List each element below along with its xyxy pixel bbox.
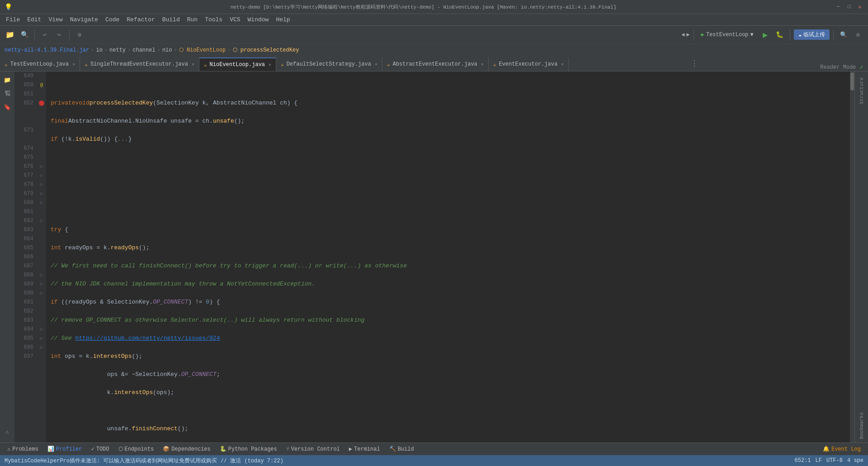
status-position[interactable]: 652:1 [795, 457, 811, 464]
toolbar-sep5 [833, 29, 834, 40]
menu-help[interactable]: Help [272, 15, 293, 24]
endpoints-tool[interactable]: ⬡ Endpoints [115, 445, 158, 453]
right-panel-structure[interactable]: Structure [859, 74, 864, 108]
left-sidebar: 📁 🏗 🔖 ⚠ [0, 71, 14, 442]
tab-bar: ☕ TestEventLoop.java ✕ ☕ SingleThreadEve… [0, 56, 868, 71]
run-button[interactable]: ▶ [759, 29, 772, 41]
status-message[interactable]: MybatisCodeHelperPro插件未激活: 可以输入激活码或者到网站网… [5, 457, 283, 465]
debug-button[interactable]: 🐛 [774, 29, 786, 41]
toolbar-undo-icon[interactable]: ↩ [38, 29, 51, 41]
toolbar-sep1 [34, 29, 35, 40]
tab-defaultSelectStrategy[interactable]: ☕ DefaultSelectStrategy.java ✕ [276, 57, 382, 71]
menu-window[interactable]: Window [244, 15, 273, 24]
build-tool[interactable]: 🔨 Build [386, 445, 418, 453]
code-editor[interactable]: 649 650 651 652 673 674 675 676 677 678 … [14, 71, 850, 442]
sidebar-bookmarks-icon[interactable]: 🔖 [1, 101, 14, 114]
toolbar-settings-icon[interactable]: ⚙ [73, 29, 86, 41]
nav-sep1: › [91, 47, 94, 53]
reader-mode-check[interactable]: ✓ [860, 63, 863, 71]
tab-close-testEventLoop[interactable]: ✕ [72, 62, 75, 67]
tab-more-button[interactable]: ⋮ [687, 59, 702, 68]
toolbar: 📁 🔍 ↩ ↪ ⚙ ◀ ▶ ▶ TestEventLoop ▼ ▶ 🐛 ☁ 临试… [0, 25, 868, 43]
problems-label: Problems [12, 446, 38, 452]
event-log-tool[interactable]: 🔔 Event Log [819, 445, 864, 453]
toolbar-folder-icon[interactable]: 📁 [4, 29, 16, 41]
build-label: Build [398, 446, 414, 452]
upload-button[interactable]: ☁ 临试上传 [794, 29, 830, 40]
profiler-tool[interactable]: 📊 Profiler [44, 445, 86, 453]
menu-edit[interactable]: Edit [24, 15, 45, 24]
menu-code[interactable]: Code [102, 15, 123, 24]
run-config-icon: ▶ [701, 31, 704, 38]
vc-label: Version Control [291, 446, 340, 452]
problems-tool[interactable]: ⚠ Problems [4, 445, 42, 453]
build-icon: 🔨 [389, 446, 396, 452]
tab-close-abstractEventExecutor[interactable]: ✕ [481, 62, 484, 67]
tab-close-singleThread[interactable]: ✕ [192, 62, 194, 67]
tab-eventExecutor[interactable]: ☕ EventExecutor.java ✕ [489, 57, 569, 71]
tab-icon-eventExecutor: ☕ [493, 62, 496, 67]
nav-netty[interactable]: netty [109, 47, 126, 53]
line-numbers: 649 650 651 652 673 674 675 676 677 678 … [14, 71, 37, 442]
todo-tool[interactable]: ✓ TODO [87, 445, 113, 453]
code-line-681: int ops = k.interestOps(); [51, 352, 845, 361]
tab-testEventLoop[interactable]: ☕ TestEventLoop.java ✕ [0, 57, 80, 71]
menu-view[interactable]: View [45, 15, 66, 24]
nav-io[interactable]: io [96, 47, 102, 53]
code-line-683: k.interestOps(ops); [51, 388, 845, 397]
code-text[interactable]: private void processSelectedKey(Selectio… [46, 71, 850, 442]
status-encoding[interactable]: UTF-8 [826, 457, 843, 464]
terminal-tool[interactable]: ▶ Terminal [345, 445, 384, 453]
tab-close-defaultSelectStrategy[interactable]: ✕ [375, 62, 377, 67]
code-line-651: final AbstractNioChannel.NioUnsafe unsaf… [51, 117, 845, 126]
tab-singleThread[interactable]: ☕ SingleThreadEventExecutor.java ✕ [80, 57, 199, 71]
nav-method[interactable]: ⬡ processSelectedKey [233, 47, 299, 53]
minimize-button[interactable]: ─ [835, 3, 842, 10]
code-area-wrapper: 649 650 651 652 673 674 675 676 677 678 … [14, 71, 868, 442]
menu-navigate[interactable]: Navigate [66, 15, 102, 24]
version-control-tool[interactable]: ⑂ Version Control [283, 445, 344, 453]
toolbar-search-icon[interactable]: 🔍 [18, 29, 31, 41]
menu-tools[interactable]: Tools [201, 15, 226, 24]
menu-vcs[interactable]: VCS [226, 15, 244, 24]
main-content: 📁 🏗 🔖 ⚠ 649 650 651 652 673 674 675 676 … [0, 71, 868, 442]
sidebar-structure-icon[interactable]: 🏗 [1, 87, 14, 100]
nav-channel[interactable]: channel [132, 47, 155, 53]
sidebar-project-icon[interactable]: 📁 [1, 74, 14, 86]
nav-nio[interactable]: nio [162, 47, 172, 53]
search-everywhere-icon[interactable]: 🔍 [837, 29, 850, 41]
scrollbar-thumb[interactable] [850, 72, 854, 90]
nav-nioeventloop[interactable]: ⬡ NioEventLoop [179, 47, 226, 53]
status-lf[interactable]: LF [816, 457, 822, 464]
menu-build[interactable]: Build [159, 15, 184, 24]
sidebar-problems-icon[interactable]: ⚠ [1, 425, 14, 438]
dependencies-tool[interactable]: 📦 Dependencies [159, 445, 214, 453]
menu-refactor[interactable]: Refactor [123, 15, 158, 24]
tab-nioEventLoop[interactable]: ☕ NioEventLoop.java ✕ [199, 57, 276, 71]
window-controls[interactable]: ─ □ ✕ [835, 3, 863, 10]
toolbar-redo-icon[interactable]: ↪ [53, 29, 66, 41]
status-indent[interactable]: 4 spe [847, 457, 863, 464]
close-button[interactable]: ✕ [856, 3, 863, 10]
python-packages-tool[interactable]: 🐍 Python Packages [216, 445, 281, 453]
maximize-button[interactable]: □ [845, 3, 853, 10]
nav-jar[interactable]: netty-all-4.1.39.Final.jar [5, 47, 89, 53]
reader-mode-button[interactable]: Reader Mode [820, 64, 856, 71]
tab-close-eventExecutor[interactable]: ✕ [561, 62, 564, 67]
tab-abstractEventExecutor[interactable]: ☕ AbstractEventExecutor.java ✕ [382, 57, 489, 71]
endpoints-label: Endpoints [125, 446, 154, 452]
run-config-selector[interactable]: ▶ TestEventLoop ▼ [698, 30, 757, 39]
nav-sep5: › [174, 47, 177, 53]
vertical-scrollbar[interactable] [850, 71, 854, 442]
profiler-icon: 📊 [47, 446, 54, 452]
toolbar-nav-back[interactable]: ◀ [681, 31, 684, 38]
code-line-675: int readyOps = k.readyOps(); [51, 243, 845, 252]
settings-icon[interactable]: ⚙ [852, 29, 864, 41]
menu-file[interactable]: File [2, 15, 24, 24]
event-log-icon: 🔔 [823, 446, 830, 452]
right-panel-bookmarks[interactable]: Bookmarks [859, 409, 864, 442]
tab-close-nioEventLoop[interactable]: ✕ [269, 62, 271, 67]
menu-run[interactable]: Run [184, 15, 201, 24]
dependencies-label: Dependencies [171, 446, 210, 452]
toolbar-nav-fwd[interactable]: ▶ [686, 31, 689, 38]
